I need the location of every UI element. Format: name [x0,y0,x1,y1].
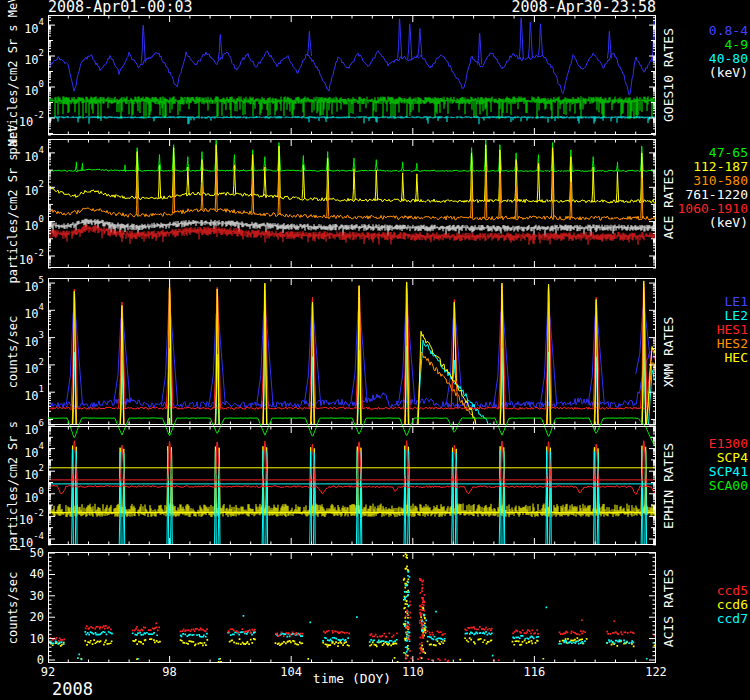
y-tick-label: 105 [0,276,44,290]
x-tick-label: 110 [396,665,430,679]
legend-hec: HEC [725,351,748,365]
series-0-8-4-kev [48,18,656,95]
series-scp4 [48,504,656,518]
legend-le2: LE2 [725,309,748,323]
year-label: 2008 [52,679,93,699]
legend-hes1: HES1 [717,323,748,337]
x-axis-title: time (DOY) [292,671,412,686]
legend-ccd6: ccd6 [717,598,748,612]
panel-acis-rates [48,540,656,675]
series-ccd7 [49,571,656,660]
x-tick-label: 104 [274,665,308,679]
series-47-65-kev [48,140,656,172]
panel-title-ace-rates: ACE RATES [661,168,676,238]
x-tick-label: 116 [517,665,551,679]
legend-4-9: 4-9 [725,38,748,52]
legend-310-580: 310-580 [693,174,748,188]
series-le1 [48,306,656,409]
legend--kev-: (keV) [709,66,748,80]
series-ccd5 [49,578,656,663]
axes-acis-rates [48,552,656,663]
series-scp4-peaks [48,446,656,513]
legend-le1: LE1 [725,295,748,309]
legend-sca00: SCA00 [709,479,748,493]
panel-title-acis-rates: ACIS RATES [661,568,676,646]
legend-scp4: SCP4 [717,451,748,465]
legend-761-1220: 761-1220 [685,188,748,202]
y-tick-label: 50 [0,546,44,560]
legend-hes2: HES2 [717,337,748,351]
panel-title-ephin-rates: EPHIN RATES [661,442,676,528]
series-40-80-kev [48,116,656,124]
legend-40-80: 40-80 [709,52,748,66]
y-axis-label: counts/sec [6,571,20,643]
panel-title-xmm-rates: XMM RATES [661,316,676,386]
y-axis-label: particles/cm2 Sr s [6,420,20,550]
x-tick-label: 98 [153,665,187,679]
x-tick-label: 92 [31,665,65,679]
legend-ccd5: ccd5 [717,584,748,598]
panel-ace-rates [48,127,656,280]
axes-ace-rates [48,139,656,268]
series-ccd6 [49,553,656,663]
legend-47-65: 47-65 [709,146,748,160]
legend-1060-1910: 1060-1910 [678,202,748,216]
legend-ccd7: ccd7 [717,612,748,626]
panel-ephin-rates [48,414,656,557]
legend-scp41: SCP41 [709,465,748,479]
axes-ephin-rates [48,426,656,545]
radiation-monitor-figure: 2008-Apr01-00:03 2008-Apr30-23:58 time (… [0,0,750,700]
panel-xmm-rates [48,266,656,437]
y-axis-label: particles/cm2 Sr s MeV [6,124,20,283]
series-112-187-kev [48,145,656,203]
series-sca00 [48,418,656,448]
legend-e1300: E1300 [709,437,748,451]
series-scp41 [48,450,656,547]
panel-goes10-rates [48,3,656,147]
x-tick-label: 122 [639,665,673,679]
series-4-9-kev [48,96,656,119]
y-axis-label: counts/sec [6,315,20,387]
legend-112-187: 112-187 [693,160,748,174]
legend-0-8-4: 0.8-4 [709,24,748,38]
series-310-580-kev [48,167,656,220]
panel-title-goes10-rates: GOES10 RATES [661,28,676,122]
legend--kev-: (keV) [709,216,748,230]
series-hes1 [48,283,656,409]
